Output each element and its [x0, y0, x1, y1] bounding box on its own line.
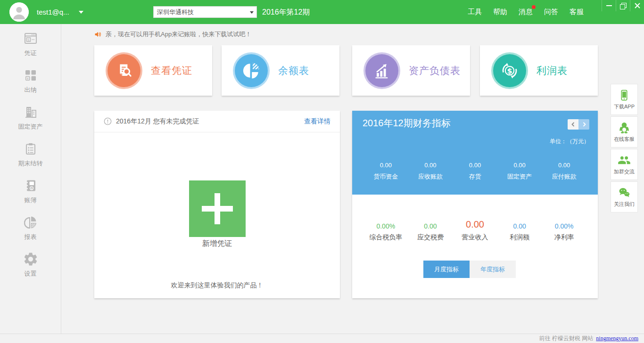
menu-qa[interactable]: 问答 — [544, 8, 558, 16]
stat-fixed-assets: 0.00 固定资产 — [497, 162, 542, 181]
view-vouchers-circle — [107, 54, 140, 87]
svg-text:$: $ — [31, 187, 33, 190]
footer-website-link[interactable]: ningmengyun.com — [596, 335, 638, 342]
stat-operating-income: 0.00 营业收入 — [453, 219, 497, 242]
window-controls — [602, 0, 644, 11]
voucher-icon: $ — [23, 31, 39, 47]
sidebar-item-fixed-assets[interactable]: 固定资产 — [0, 104, 61, 141]
sidebar-label: 固定资产 — [18, 122, 43, 131]
join-group-label: 加群交流 — [614, 168, 635, 175]
balance-sheet-label: 资产负债表 — [409, 64, 461, 77]
tab-monthly-indicators[interactable]: 月度指标 — [423, 261, 470, 278]
balance-sheet-card[interactable]: 资产负债表 — [352, 45, 470, 96]
next-period-button[interactable] — [578, 119, 589, 130]
indicators-blue-section: 2016年12期财务指标 单位：（万元） 0.00 货币资金 0.00 应收账款 — [352, 111, 598, 195]
footer-text: 前往 柠檬云财税 网站 — [539, 335, 594, 343]
sidebar-label: 凭证 — [25, 49, 37, 57]
welcome-text: 欢迎来到这里体验我们的产品！ — [94, 281, 340, 290]
follow-us-button[interactable]: 关注我们 — [611, 181, 638, 212]
topbar-menu: 工具 帮助 消息 问答 客服 — [468, 0, 584, 24]
balance-table-card[interactable]: 余额表 — [222, 45, 339, 96]
restore-button[interactable] — [616, 0, 630, 11]
close-button[interactable] — [630, 0, 644, 11]
follow-us-label: 关注我们 — [614, 201, 635, 208]
add-voucher-button[interactable] — [189, 180, 246, 237]
period-label: 2016年第12期 — [262, 0, 310, 24]
income-statement-card[interactable]: $ 利润表 — [480, 45, 598, 96]
user-dropdown-caret-icon[interactable] — [79, 11, 83, 14]
unfinished-voucher-text: 2016年12月 您有未完成凭证 — [116, 117, 304, 126]
group-people-icon — [618, 154, 631, 167]
balance-table-label: 余额表 — [278, 64, 309, 77]
float-rail: 下载APP 在线客服 加群交流 — [611, 84, 638, 214]
company-select-value: 深圳华通科技 — [157, 8, 194, 16]
sidebar: $ 凭证 ¥ 出纳 固 — [0, 24, 61, 334]
sidebar-label: 出纳 — [25, 86, 37, 94]
chevron-left-icon — [570, 122, 576, 127]
sidebar-item-voucher[interactable]: $ 凭证 — [0, 31, 61, 67]
menu-messages[interactable]: 消息 — [519, 8, 533, 16]
message-notification-dot — [532, 5, 536, 9]
download-app-button[interactable]: 下载APP — [611, 84, 638, 115]
voucher-panel: 2016年12月 您有未完成凭证 查看详情 新增凭证 欢迎来到这里体验我们的产品… — [94, 111, 340, 298]
period-end-icon — [23, 141, 39, 157]
sidebar-item-ledger[interactable]: $ 账簿 — [0, 178, 61, 214]
phone-icon — [618, 89, 631, 102]
footer: 前往 柠檬云财税 网站 ningmengyun.com — [0, 334, 644, 343]
income-statement-label: 利润表 — [537, 64, 568, 77]
prev-period-button[interactable] — [568, 119, 578, 130]
sidebar-label: 报表 — [25, 233, 37, 241]
income-statement-circle: $ — [493, 54, 526, 87]
stat-tax-burden-rate: 0.00% 综合税负率 — [363, 222, 408, 242]
avatar[interactable] — [9, 2, 29, 22]
view-vouchers-label: 查看凭证 — [151, 64, 192, 77]
chevron-right-icon — [581, 122, 587, 127]
menu-support[interactable]: 客服 — [570, 8, 584, 16]
app-window: test1@q... 深圳华通科技 2016年第12期 工具 帮助 消息 问答 … — [0, 0, 644, 343]
username[interactable]: test1@q... — [37, 0, 69, 24]
indicators-title: 2016年12期财务指标 — [363, 117, 451, 130]
sidebar-label: 期末结转 — [18, 159, 43, 168]
voucher-search-icon — [114, 60, 134, 81]
menu-help[interactable]: 帮助 — [493, 8, 507, 16]
stat-monetary-funds: 0.00 货币资金 — [363, 162, 408, 181]
sidebar-label: 账簿 — [25, 196, 37, 204]
company-select[interactable]: 深圳华通科技 — [153, 6, 257, 18]
svg-text:$: $ — [27, 38, 29, 42]
view-vouchers-card[interactable]: 查看凭证 — [94, 45, 212, 96]
user-avatar-icon — [9, 2, 29, 22]
select-caret-icon — [250, 11, 254, 14]
dollar-cycle-icon: $ — [499, 60, 520, 81]
notice-bar: 亲，现在可以用手机App来记账啦，快来下载试试吧！ — [94, 29, 251, 40]
sidebar-item-settings[interactable]: 设置 — [0, 251, 61, 288]
view-details-link[interactable]: 查看详情 — [304, 117, 330, 126]
alert-circle-icon — [104, 117, 112, 125]
stat-accounts-payable: 0.00 应付账款 — [542, 162, 586, 181]
cashier-icon: ¥ — [23, 67, 39, 83]
bar-chart-arrow-icon — [372, 60, 392, 81]
tab-annual-indicators[interactable]: 年度指标 — [470, 261, 516, 278]
join-group-button[interactable]: 加群交流 — [611, 149, 638, 180]
pie-chart-icon — [241, 60, 262, 81]
minimize-button[interactable] — [602, 0, 616, 11]
sidebar-item-period-end[interactable]: 期末结转 — [0, 141, 61, 178]
sidebar-item-reports[interactable]: 报表 — [0, 214, 61, 251]
blue-stats-row: 0.00 货币资金 0.00 应收账款 0.00 存货 0.00 固定资产 0.… — [363, 162, 586, 181]
wechat-icon — [618, 186, 631, 199]
sidebar-item-cashier[interactable]: ¥ 出纳 — [0, 67, 61, 104]
menu-tools[interactable]: 工具 — [468, 8, 482, 16]
svg-text:$: $ — [507, 66, 512, 75]
online-support-button[interactable]: 在线客服 — [611, 116, 638, 147]
fixed-assets-icon — [23, 104, 39, 120]
indicator-tabs: 月度指标 年度指标 — [423, 261, 516, 278]
online-support-label: 在线客服 — [614, 136, 635, 143]
svg-text:¥: ¥ — [26, 77, 29, 81]
stat-taxes-payable: 0.00 应交税费 — [408, 222, 453, 242]
voucher-panel-header: 2016年12月 您有未完成凭证 查看详情 — [94, 111, 340, 132]
stat-net-profit-rate: 0.00% 净利率 — [542, 222, 586, 242]
download-app-label: 下载APP — [614, 103, 635, 110]
reports-icon — [23, 214, 39, 230]
notice-text: 亲，现在可以用手机App来记账啦，快来下载试试吧！ — [106, 30, 251, 39]
period-nav — [568, 119, 589, 130]
balance-sheet-circle — [365, 54, 398, 87]
